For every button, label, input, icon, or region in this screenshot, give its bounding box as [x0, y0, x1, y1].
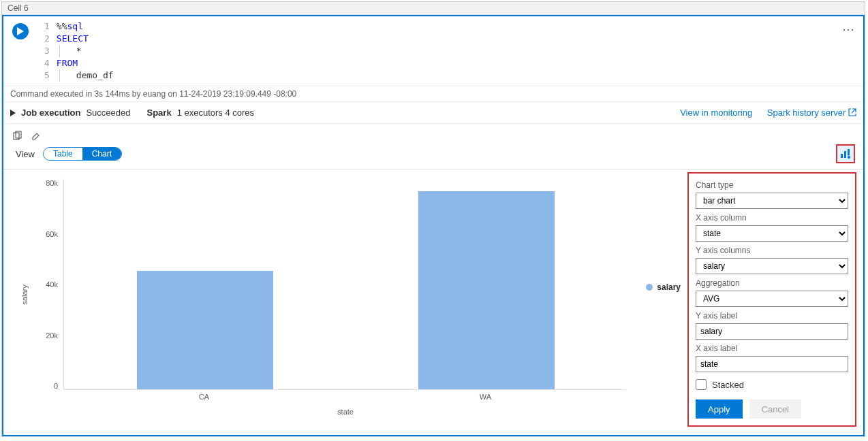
output-mini-icons: [13, 131, 40, 140]
chart-settings-icon: [840, 148, 851, 159]
job-right: View in monitoring Spark history server: [668, 108, 856, 118]
view-monitoring-link[interactable]: View in monitoring: [680, 108, 752, 118]
apply-button[interactable]: Apply: [696, 399, 743, 419]
cell-body: 1 2 3 4 5 %%sql SELECT * FROM demo_df ⋯ …: [2, 15, 865, 436]
aggregation-label: Aggregation: [696, 278, 848, 288]
x-axis: CA WA: [63, 393, 626, 404]
y-column-label: Y axis columns: [696, 246, 848, 255]
stacked-label: Stacked: [712, 380, 744, 390]
stacked-row: Stacked: [696, 379, 848, 390]
chart-type-select[interactable]: bar chart: [696, 193, 848, 209]
run-column: [3, 20, 37, 39]
chart-settings-button[interactable]: [836, 144, 855, 163]
aggregation-select[interactable]: AVG: [696, 291, 848, 307]
chart-type-label: Chart type: [696, 180, 848, 190]
legend-label: salary: [657, 282, 681, 292]
legend-dot-icon: [646, 284, 653, 291]
tab-table[interactable]: Table: [44, 148, 82, 160]
y-axis-label-label: Y axis label: [696, 311, 848, 321]
cell-wrapper: Cell 6 1 2 3 4 5 %%sql SELECT * FROM dem…: [1, 1, 865, 437]
output-area: salary 80k 60k 40k 20k 0 CA WA state: [3, 169, 863, 435]
spark-history-link[interactable]: Spark history server: [767, 108, 856, 118]
plot-area: [63, 179, 626, 390]
spark-detail: 1 executors 4 cores: [177, 108, 254, 118]
code-area: 1 2 3 4 5 %%sql SELECT * FROM demo_df ⋯: [3, 16, 863, 86]
expand-icon[interactable]: [10, 110, 16, 116]
bar-wa: [418, 191, 555, 389]
line-gutter: 1 2 3 4 5: [37, 20, 57, 82]
external-link-icon: [848, 108, 856, 116]
x-axis-label-input[interactable]: [696, 356, 848, 372]
x-column-label: X axis column: [696, 213, 848, 223]
view-label: View: [16, 149, 35, 159]
job-exec-result: Succeeded: [86, 108, 130, 118]
execution-status: Command executed in 3s 144ms by euang on…: [3, 86, 863, 101]
cell-more-menu[interactable]: ⋯: [842, 22, 855, 37]
view-toggle: Table Chart: [43, 147, 122, 161]
svg-rect-2: [841, 154, 843, 158]
play-icon: [17, 27, 24, 35]
erase-icon[interactable]: [31, 131, 40, 140]
bar-ca: [137, 271, 273, 389]
tab-chart[interactable]: Chart: [82, 148, 121, 160]
legend: salary: [646, 282, 681, 292]
output-toolbar: [3, 124, 863, 144]
spark-label: Spark: [146, 108, 171, 118]
chart-config-panel: Chart type bar chart X axis column state…: [687, 172, 856, 427]
chart: salary 80k 60k 40k 20k 0 CA WA state: [10, 172, 681, 417]
x-column-select[interactable]: state: [696, 225, 848, 242]
view-row: View Table Chart: [3, 144, 863, 169]
cell-title: Cell 6: [2, 2, 865, 15]
copy-icon[interactable]: [13, 131, 22, 140]
job-exec-label: Job execution: [21, 108, 80, 118]
y-column-select[interactable]: salary: [696, 258, 848, 274]
code-editor[interactable]: %%sql SELECT * FROM demo_df: [57, 20, 114, 82]
y-axis-title: salary: [20, 284, 29, 304]
y-axis-label-input[interactable]: [696, 323, 848, 340]
stacked-checkbox[interactable]: [696, 379, 707, 390]
cancel-button[interactable]: Cancel: [749, 399, 801, 419]
x-axis-title: state: [337, 408, 354, 416]
y-axis: 80k 60k 40k 20k 0: [31, 179, 58, 390]
view-left: View Table Chart: [16, 147, 122, 161]
svg-point-5: [848, 156, 851, 159]
job-row: Job execution Succeeded Spark 1 executor…: [3, 101, 863, 124]
run-button[interactable]: [12, 23, 29, 39]
x-axis-label-label: X axis label: [696, 344, 848, 353]
button-row: Apply Cancel: [696, 399, 848, 419]
job-left: Job execution Succeeded Spark 1 executor…: [10, 108, 254, 118]
svg-rect-3: [844, 151, 846, 158]
